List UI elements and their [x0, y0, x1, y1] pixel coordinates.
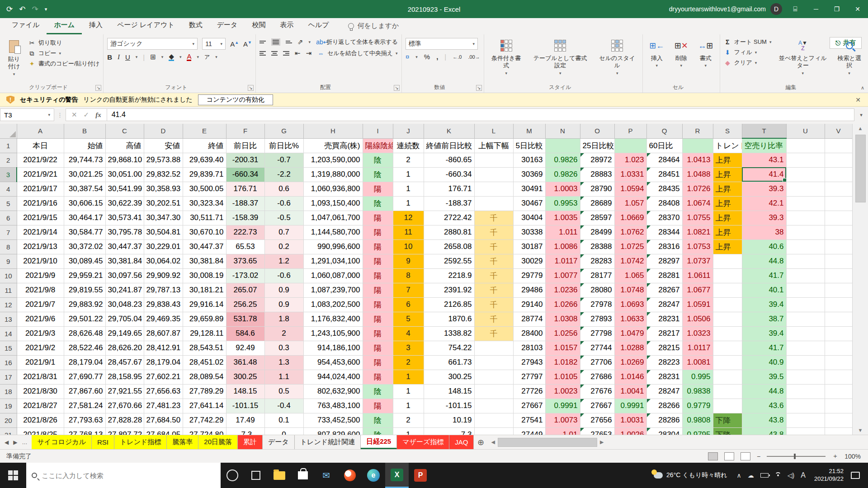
cell-D4[interactable]: 30,358.93: [144, 182, 183, 196]
cell-O17[interactable]: 27686: [580, 370, 614, 384]
cell-E17[interactable]: 28,089.54: [183, 370, 226, 384]
cell-K2[interactable]: -860.65: [424, 153, 474, 167]
cell-A4[interactable]: 2021/9/17: [17, 182, 64, 196]
cell-K12[interactable]: 2126.85: [424, 297, 474, 312]
cell-R7[interactable]: 1.0821: [682, 225, 713, 239]
align-bottom-icon[interactable]: [286, 41, 292, 43]
cell-D18[interactable]: 27,656.63: [144, 384, 183, 399]
column-header-E[interactable]: E: [183, 124, 226, 138]
cell-G1[interactable]: 前日比%: [264, 138, 303, 153]
cell-L20[interactable]: [474, 413, 513, 427]
cell-B16[interactable]: 28,179.04: [64, 355, 105, 370]
cell-L10[interactable]: 千: [474, 268, 513, 283]
cell-K18[interactable]: 148.15: [424, 384, 474, 399]
column-header-R[interactable]: R: [682, 124, 713, 138]
cell-F1[interactable]: 前日比: [226, 138, 264, 153]
clipboard-dialog-launcher-icon[interactable]: ↘: [95, 85, 101, 91]
cell-P4[interactable]: 1.0594: [614, 182, 646, 196]
scroll-down-icon[interactable]: ▼: [858, 427, 863, 433]
cell-S11[interactable]: [713, 283, 742, 297]
cell-H14[interactable]: 1,243,105,900: [303, 326, 363, 341]
cell-C19[interactable]: 27,670.66: [105, 399, 144, 413]
cell-S1[interactable]: トレンド: [713, 138, 742, 153]
cell-R20[interactable]: 0.9808: [682, 413, 713, 427]
column-header-G[interactable]: G: [264, 124, 303, 138]
cell-V6[interactable]: [825, 211, 852, 225]
cell-N6[interactable]: 1.0035: [545, 211, 580, 225]
cell-V20[interactable]: [825, 413, 852, 427]
row-header-20[interactable]: 20: [0, 413, 17, 427]
cell-K3[interactable]: -660.34: [424, 167, 474, 182]
cell-Q16[interactable]: 28223: [646, 355, 682, 370]
cell-P5[interactable]: 1.057: [614, 196, 646, 211]
decrease-font-icon[interactable]: A▼: [243, 40, 252, 48]
font-size-combo[interactable]: 11▾: [202, 38, 226, 50]
cell-G17[interactable]: 1.1: [264, 370, 303, 384]
cell-A15[interactable]: 2021/9/2: [17, 341, 64, 355]
cell-V12[interactable]: [825, 297, 852, 312]
cell-T10[interactable]: 41.7: [742, 268, 786, 283]
cell-H19[interactable]: 763,483,100: [303, 399, 363, 413]
cell-U16[interactable]: [786, 355, 825, 370]
cell-G8[interactable]: 0.2: [264, 239, 303, 254]
cell-A3[interactable]: 2021/9/21: [17, 167, 64, 182]
cell-C15[interactable]: 28,626.20: [105, 341, 144, 355]
cell-R9[interactable]: 1.0737: [682, 254, 713, 268]
formula-input[interactable]: 41.4: [107, 108, 854, 121]
cortana-button[interactable]: [221, 463, 244, 488]
cell-U12[interactable]: [786, 297, 825, 312]
cell-D9[interactable]: 30,064.02: [144, 254, 183, 268]
vertical-scroll-thumb[interactable]: [855, 135, 866, 202]
cell-N21[interactable]: 1.01: [545, 427, 580, 435]
cell-O4[interactable]: 28790: [580, 182, 614, 196]
column-header-U[interactable]: U: [786, 124, 825, 138]
cell-K9[interactable]: 2592.55: [424, 254, 474, 268]
cell-Q9[interactable]: 28297: [646, 254, 682, 268]
taskbar-search[interactable]: [26, 463, 221, 488]
cell-B7[interactable]: 30,584.77: [64, 225, 105, 239]
cell-K8[interactable]: 2658.08: [424, 239, 474, 254]
cell-D1[interactable]: 安値: [144, 138, 183, 153]
cell-D20[interactable]: 27,684.50: [144, 413, 183, 427]
sheet-tab-6[interactable]: データ: [263, 435, 295, 449]
autosum-button[interactable]: Σオート SUM▾: [724, 38, 772, 46]
cell-T19[interactable]: 43.6: [742, 399, 786, 413]
cell-D5[interactable]: 30,202.51: [144, 196, 183, 211]
cell-A1[interactable]: 本日: [17, 138, 64, 153]
cell-B3[interactable]: 30,021.25: [64, 167, 105, 182]
cell-O3[interactable]: 28883: [580, 167, 614, 182]
cell-Q18[interactable]: 28247: [646, 384, 682, 399]
cell-A11[interactable]: 2021/9/8: [17, 283, 64, 297]
battery-icon[interactable]: [757, 473, 772, 478]
cell-G20[interactable]: 0.1: [264, 413, 303, 427]
cell-U18[interactable]: [786, 384, 825, 399]
cell-R10[interactable]: 1.0611: [682, 268, 713, 283]
cell-H4[interactable]: 1,060,936,800: [303, 182, 363, 196]
cell-V21[interactable]: [825, 427, 852, 435]
ribbon-tab-7[interactable]: 表示: [273, 18, 301, 34]
cell-Q17[interactable]: 28231: [646, 370, 682, 384]
cell-H8[interactable]: 990,996,600: [303, 239, 363, 254]
cell-R3[interactable]: 1.0488: [682, 167, 713, 182]
cell-K5[interactable]: -188.37: [424, 196, 474, 211]
cell-I6[interactable]: 陽: [363, 211, 393, 225]
cell-I17[interactable]: 陽: [363, 370, 393, 384]
format-as-table-button[interactable]: テーブルとして書式設定▾: [528, 37, 592, 82]
align-left-icon[interactable]: [259, 51, 266, 56]
cell-F2[interactable]: -200.31: [226, 153, 264, 167]
cell-M7[interactable]: 30338: [513, 225, 545, 239]
cell-V17[interactable]: [825, 370, 852, 384]
cell-P11[interactable]: 1.0748: [614, 283, 646, 297]
cell-E12[interactable]: 29,916.14: [183, 297, 226, 312]
cell-E5[interactable]: 30,323.34: [183, 196, 226, 211]
maximize-button[interactable]: ❐: [826, 0, 847, 18]
cell-R1[interactable]: [682, 138, 713, 153]
cell-H16[interactable]: 954,453,600: [303, 355, 363, 370]
column-header-F[interactable]: F: [226, 124, 264, 138]
cell-T17[interactable]: 39.5: [742, 370, 786, 384]
cell-R19[interactable]: 0.9779: [682, 399, 713, 413]
onedrive-cloud-icon[interactable]: ☁: [745, 472, 757, 479]
cell-V15[interactable]: [825, 341, 852, 355]
cell-P18[interactable]: 1.0041: [614, 384, 646, 399]
cell-J1[interactable]: 連続数: [393, 138, 424, 153]
